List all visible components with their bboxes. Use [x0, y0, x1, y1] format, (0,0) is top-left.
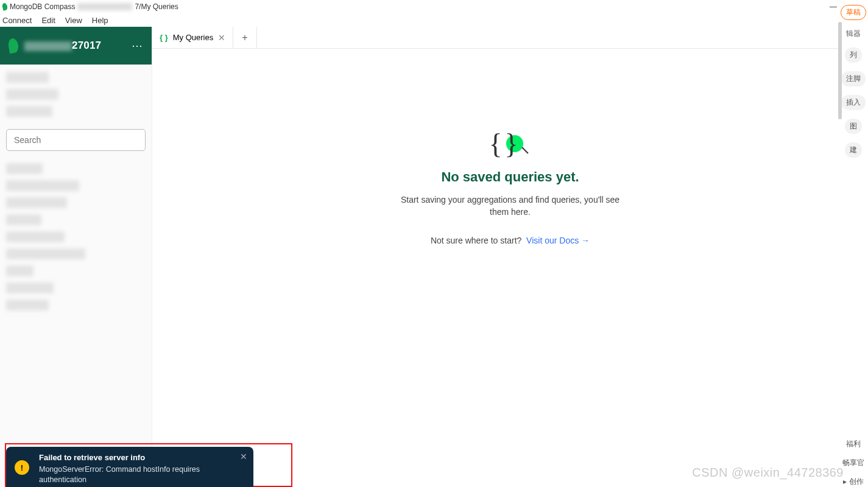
new-tab-button[interactable]: + — [233, 27, 256, 48]
close-tab-icon[interactable]: ✕ — [218, 33, 225, 43]
sidebar-item-redacted[interactable] — [6, 248, 85, 259]
side-pill[interactable]: 注脚 — [841, 71, 866, 86]
empty-illustration: { } — [489, 128, 532, 158]
main-area: { } My Queries ✕ + { } No saved queries … — [152, 27, 868, 487]
menu-help[interactable]: Help — [92, 16, 108, 25]
toast-message: MongoServerError: Command hostInfo requi… — [39, 464, 245, 485]
titlebar-path: 7/My Queries — [135, 2, 178, 11]
connection-host: 27017 — [24, 40, 125, 52]
menubar: Connect Edit View Help — [0, 13, 868, 27]
external-scrollbar[interactable] — [838, 22, 842, 119]
error-toast: ! Failed to retrieve server info MongoSe… — [6, 447, 253, 487]
tabbar: { } My Queries ✕ + — [152, 27, 868, 49]
menu-edit[interactable]: Edit — [41, 16, 55, 25]
side-pill[interactable]: 插入 — [841, 95, 866, 110]
tab-my-queries[interactable]: { } My Queries ✕ — [152, 27, 233, 48]
app-name: MongoDB Compass — [10, 2, 75, 11]
tab-label: My Queries — [173, 33, 213, 42]
empty-subtext: Start saving your aggregations and find … — [395, 194, 626, 219]
empty-docs-line: Not sure where to start? Visit our Docs … — [431, 236, 590, 245]
sidebar: 27017 ⋯ — [0, 27, 152, 487]
empty-prompt: Not sure where to start? — [431, 236, 521, 245]
sidebar-header[interactable]: 27017 ⋯ — [0, 27, 152, 65]
sidebar-item-redacted[interactable] — [6, 197, 67, 208]
window-titlebar: MongoDB Compass 7/My Queries — ✕ — [0, 0, 868, 13]
mongodb-leaf-icon — [2, 2, 9, 11]
sidebar-item-redacted[interactable] — [6, 89, 58, 100]
search-input[interactable] — [6, 129, 146, 151]
toast-close-icon[interactable]: ✕ — [240, 452, 247, 461]
mongodb-leaf-icon — [7, 38, 19, 54]
menu-view[interactable]: View — [65, 16, 82, 25]
empty-state: { } No saved queries yet. Start saving y… — [152, 49, 868, 487]
side-pill-draft[interactable]: 草稿 — [841, 5, 866, 20]
sidebar-item-redacted[interactable] — [6, 72, 49, 83]
sidebar-item-redacted[interactable] — [6, 300, 49, 310]
toast-highlight-box: ! Failed to retrieve server info MongoSe… — [5, 443, 292, 487]
side-label: 畅享官 — [842, 458, 864, 468]
visit-docs-link[interactable]: Visit our Docs → — [526, 236, 590, 245]
sidebar-body — [0, 65, 152, 318]
side-label: 福利 — [846, 439, 861, 449]
sidebar-item-redacted[interactable] — [6, 265, 34, 276]
sidebar-item-redacted[interactable] — [6, 163, 43, 174]
menu-connect[interactable]: Connect — [2, 16, 32, 25]
side-pill[interactable]: 建 — [845, 142, 862, 158]
sidebar-item-redacted[interactable] — [6, 180, 79, 191]
magnifier-handle-icon — [521, 147, 528, 153]
titlebar-host-redacted — [77, 3, 132, 10]
search-box — [6, 129, 146, 151]
connection-menu-icon[interactable]: ⋯ — [132, 39, 143, 52]
toast-title: Failed to retrieve server info — [39, 453, 245, 462]
host-redacted — [24, 41, 72, 51]
sidebar-item-redacted[interactable] — [6, 106, 52, 117]
braces-icon: { } — [160, 33, 168, 42]
side-pill[interactable]: 图 — [845, 119, 862, 134]
sidebar-item-redacted[interactable] — [6, 214, 41, 225]
side-pill[interactable]: 列 — [845, 47, 862, 63]
sidebar-item-redacted[interactable] — [6, 282, 54, 293]
minimize-button[interactable]: — — [829, 2, 838, 11]
warning-icon: ! — [15, 460, 29, 475]
external-side-panel: 草稿 辑器 列 注脚 插入 图 建 福利 畅享官 ▸ 创作 — [839, 0, 868, 487]
empty-heading: No saved queries yet. — [441, 169, 579, 185]
side-label: 辑器 — [846, 29, 861, 39]
sidebar-item-redacted[interactable] — [6, 231, 65, 242]
side-label[interactable]: ▸ 创作 — [843, 477, 863, 487]
